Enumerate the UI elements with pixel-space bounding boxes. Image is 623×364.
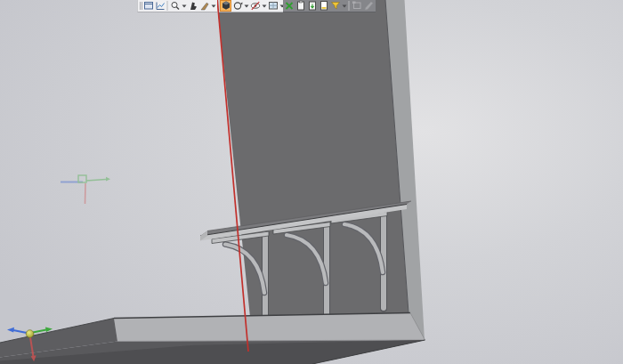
- dropdown-caret[interactable]: [243, 0, 249, 12]
- chart-view-icon[interactable]: [154, 0, 166, 12]
- frame-select-icon[interactable]: [351, 0, 362, 12]
- toolbar-segment-clipboard-tools: [283, 0, 376, 12]
- scene-canvas[interactable]: [0, 0, 623, 364]
- triad-origin-sphere: [26, 330, 34, 338]
- magnifier-icon[interactable]: [169, 0, 181, 12]
- dropdown-caret[interactable]: [181, 0, 187, 12]
- dropdown-caret[interactable]: [261, 0, 267, 12]
- edit-pencil-icon[interactable]: [362, 0, 374, 12]
- dark-figure-tool-icon[interactable]: [187, 0, 198, 12]
- filter-funnel-icon[interactable]: [329, 0, 341, 12]
- hide-eye-icon[interactable]: [249, 0, 261, 12]
- pen-tool-icon[interactable]: [198, 0, 210, 12]
- dropdown-caret[interactable]: [341, 0, 347, 12]
- document-yellow-icon[interactable]: [318, 0, 329, 12]
- toolbar-segment-view-tools: [137, 0, 217, 12]
- toolbar-segment-display-tools: [219, 0, 283, 12]
- paste-clipboard-icon[interactable]: [306, 0, 318, 12]
- frame-window-icon[interactable]: [142, 0, 154, 12]
- display-mode-icon[interactable]: [267, 0, 279, 12]
- orbit-rotate-icon[interactable]: [231, 0, 243, 12]
- copy-clipboard-icon[interactable]: [295, 0, 306, 12]
- green-cross-icon[interactable]: [283, 0, 295, 12]
- cube-shaded-icon[interactable]: [220, 0, 231, 12]
- back-wall-panel[interactable]: [218, 0, 425, 340]
- 3d-viewport[interactable]: [0, 0, 623, 364]
- dropdown-caret[interactable]: [210, 0, 216, 12]
